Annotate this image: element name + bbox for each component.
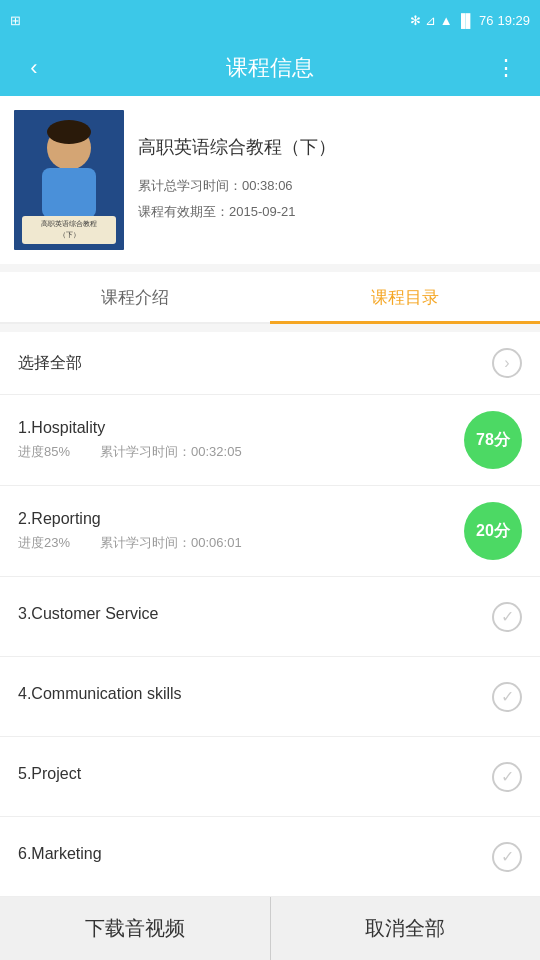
app-icon: ⊞ xyxy=(10,13,21,28)
svg-rect-3 xyxy=(42,168,96,218)
course-item-name-3: 3.Customer Service xyxy=(18,605,492,623)
study-time-2: 累计学习时间：00:06:01 xyxy=(100,534,242,552)
check-icon-6: ✓ xyxy=(492,842,522,872)
course-item-content-3: 3.Customer Service xyxy=(18,605,492,629)
top-nav: ‹ 课程信息 ⋮ xyxy=(0,40,540,96)
status-right: ✻ ⊿ ▲ ▐▌ 76 19:29 xyxy=(410,13,530,28)
status-bar: ⊞ ✻ ⊿ ▲ ▐▌ 76 19:29 xyxy=(0,0,540,40)
score-badge-1: 78分 xyxy=(464,411,522,469)
course-item-name-2: 2.Reporting xyxy=(18,510,464,528)
bottom-bar: 下载音视频 取消全部 xyxy=(0,896,540,960)
course-item-content-5: 5.Project xyxy=(18,765,492,789)
cancel-label: 取消全部 xyxy=(365,915,445,942)
progress-1: 进度85% xyxy=(18,443,70,461)
more-button[interactable]: ⋮ xyxy=(488,55,524,81)
tab-intro[interactable]: 课程介绍 xyxy=(0,274,270,324)
status-left: ⊞ xyxy=(10,13,21,28)
course-item-name-1: 1.Hospitality xyxy=(18,419,464,437)
course-item-name-6: 6.Marketing xyxy=(18,845,492,863)
score-badge-2: 20分 xyxy=(464,502,522,560)
bluetooth-icon: ✻ xyxy=(410,13,421,28)
select-all-row[interactable]: 选择全部 › xyxy=(0,332,540,395)
chevron-down-icon: › xyxy=(504,354,509,372)
course-item-meta-1: 进度85% 累计学习时间：00:32:05 xyxy=(18,443,464,461)
svg-text:（下）: （下） xyxy=(59,231,80,239)
page-title: 课程信息 xyxy=(52,53,488,83)
tab-catalog[interactable]: 课程目录 xyxy=(270,274,540,324)
course-item-content-6: 6.Marketing xyxy=(18,845,492,869)
thumbnail-image: 高职英语综合教程 （下） xyxy=(14,110,124,250)
progress-2: 进度23% xyxy=(18,534,70,552)
course-item-name-5: 5.Project xyxy=(18,765,492,783)
course-item-content-2: 2.Reporting 进度23% 累计学习时间：00:06:01 xyxy=(18,510,464,552)
svg-point-4 xyxy=(47,120,91,144)
battery-icon: 76 xyxy=(479,13,493,28)
course-title: 高职英语综合教程（下） xyxy=(138,135,526,160)
wifi-icon: ▲ xyxy=(440,13,453,28)
course-item-2[interactable]: 2.Reporting 进度23% 累计学习时间：00:06:01 20分 xyxy=(0,486,540,577)
download-button[interactable]: 下载音视频 xyxy=(0,897,271,960)
download-label: 下载音视频 xyxy=(85,915,185,942)
course-item-content-4: 4.Communication skills xyxy=(18,685,492,709)
course-item-5[interactable]: 5.Project ✓ xyxy=(0,737,540,817)
course-item-content-1: 1.Hospitality 进度85% 累计学习时间：00:32:05 xyxy=(18,419,464,461)
check-icon-4: ✓ xyxy=(492,682,522,712)
course-info-section: 高职英语综合教程 （下） 高职英语综合教程（下） 累计总学习时间：00:38:0… xyxy=(0,96,540,264)
course-list: 选择全部 › 1.Hospitality 进度85% 累计学习时间：00:32:… xyxy=(0,332,540,897)
total-study-time: 累计总学习时间：00:38:06 xyxy=(138,173,526,199)
check-icon-5: ✓ xyxy=(492,762,522,792)
select-all-label: 选择全部 xyxy=(18,353,82,374)
course-item-1[interactable]: 1.Hospitality 进度85% 累计学习时间：00:32:05 78分 xyxy=(0,395,540,486)
course-details: 高职英语综合教程（下） 累计总学习时间：00:38:06 课程有效期至：2015… xyxy=(138,135,526,224)
back-button[interactable]: ‹ xyxy=(16,55,52,81)
time-display: 19:29 xyxy=(497,13,530,28)
tabs-bar: 课程介绍 课程目录 xyxy=(0,272,540,324)
signal-icon: ⊿ xyxy=(425,13,436,28)
course-item-4[interactable]: 4.Communication skills ✓ xyxy=(0,657,540,737)
course-item-3[interactable]: 3.Customer Service ✓ xyxy=(0,577,540,657)
svg-text:高职英语综合教程: 高职英语综合教程 xyxy=(41,220,97,228)
course-item-name-4: 4.Communication skills xyxy=(18,685,492,703)
course-item-meta-2: 进度23% 累计学习时间：00:06:01 xyxy=(18,534,464,552)
check-icon-3: ✓ xyxy=(492,602,522,632)
study-time-1: 累计学习时间：00:32:05 xyxy=(100,443,242,461)
course-item-6[interactable]: 6.Marketing ✓ xyxy=(0,817,540,897)
select-all-check[interactable]: › xyxy=(492,348,522,378)
cancel-all-button[interactable]: 取消全部 xyxy=(271,897,541,960)
network-icon: ▐▌ xyxy=(457,13,475,28)
course-thumbnail: 高职英语综合教程 （下） xyxy=(14,110,124,250)
valid-until: 课程有效期至：2015-09-21 xyxy=(138,199,526,225)
